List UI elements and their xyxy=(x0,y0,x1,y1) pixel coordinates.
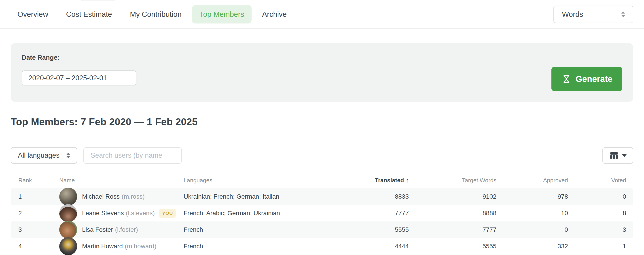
report-tabs: Overview Cost Estimate My Contribution T… xyxy=(10,5,294,24)
select-updown-icon xyxy=(66,152,71,158)
member-target-words: 7777 xyxy=(409,226,496,233)
tab-cost-estimate[interactable]: Cost Estimate xyxy=(59,5,120,24)
date-range-input[interactable] xyxy=(22,70,136,86)
column-header-translated-label: Translated xyxy=(375,177,404,184)
search-input[interactable] xyxy=(84,147,182,164)
unit-select[interactable]: Words xyxy=(554,6,633,23)
you-badge: YOU xyxy=(159,209,176,218)
date-range-label: Date Range: xyxy=(22,54,60,61)
member-languages: Ukrainian; French; German; Italian xyxy=(184,193,340,200)
member-translated: 7777 xyxy=(340,210,409,217)
member-target-words: 8888 xyxy=(409,210,496,217)
table-row[interactable]: 1 Michael Ross (m.ross) Ukrainian; Frenc… xyxy=(11,188,633,205)
column-header-approved[interactable]: Approved xyxy=(496,177,568,184)
tab-archive[interactable]: Archive xyxy=(255,5,294,24)
member-name: Michael Ross xyxy=(82,193,120,200)
hourglass-icon xyxy=(561,74,572,84)
unit-select-value: Words xyxy=(562,10,583,18)
language-filter-select[interactable]: All languages xyxy=(11,147,77,164)
column-header-target-words[interactable]: Target Words xyxy=(409,177,496,184)
member-name: Lisa Foster xyxy=(82,226,113,233)
table-row[interactable]: 2 Leane Stevens (l.stevens) YOU French; … xyxy=(11,205,633,222)
report-settings-panel: Date Range: Generate xyxy=(11,43,633,102)
member-rank: 1 xyxy=(18,193,59,200)
table-columns-icon xyxy=(609,150,619,160)
member-translated: 8833 xyxy=(340,193,409,200)
member-voted: 8 xyxy=(568,210,626,217)
member-username: (m.ross) xyxy=(122,193,145,200)
top-clipped-element xyxy=(81,0,115,1)
column-header-rank[interactable]: Rank xyxy=(18,177,59,184)
table-row[interactable]: 4 Martin Howard (m.howard) French 4444 5… xyxy=(11,238,633,254)
member-name: Leane Stevens xyxy=(82,210,124,217)
member-languages: French xyxy=(184,226,340,233)
member-username: (l.stevens) xyxy=(126,210,155,217)
avatar xyxy=(59,188,77,206)
tab-my-contribution[interactable]: My Contribution xyxy=(122,5,189,24)
member-languages: French xyxy=(184,243,340,250)
member-approved: 0 xyxy=(496,226,568,233)
member-voted: 0 xyxy=(568,193,626,200)
table-row[interactable]: 3 Lisa Foster (l.foster) French 5555 777… xyxy=(11,222,633,238)
column-header-languages[interactable]: Languages xyxy=(184,177,340,184)
chevron-down-icon xyxy=(622,154,627,157)
member-target-words: 5555 xyxy=(409,243,496,250)
member-name: Martin Howard xyxy=(82,243,123,250)
column-header-voted[interactable]: Voted xyxy=(568,177,626,184)
member-username: (l.foster) xyxy=(115,226,138,233)
report-tabs-bar: Overview Cost Estimate My Contribution T… xyxy=(0,0,644,29)
member-languages: French; Arabic; German; Ukrainian xyxy=(184,210,340,217)
member-approved: 332 xyxy=(496,243,568,250)
member-rank: 2 xyxy=(18,210,59,217)
tab-overview[interactable]: Overview xyxy=(10,5,56,24)
select-updown-icon xyxy=(620,11,626,18)
member-approved: 978 xyxy=(496,193,568,200)
language-filter-value: All languages xyxy=(18,152,60,160)
member-target-words: 9102 xyxy=(409,193,496,200)
avatar xyxy=(59,221,77,239)
member-approved: 10 xyxy=(496,210,568,217)
member-rank: 4 xyxy=(18,243,59,250)
member-translated: 4444 xyxy=(340,243,409,250)
generate-button-label: Generate xyxy=(576,74,612,84)
column-settings-button[interactable] xyxy=(602,147,633,164)
member-voted: 1 xyxy=(568,243,626,250)
column-header-name[interactable]: Name xyxy=(59,177,184,184)
table-header-row: Rank Name Languages Translated↑ Target W… xyxy=(11,172,633,188)
member-voted: 3 xyxy=(568,226,626,233)
member-rank: 3 xyxy=(18,226,59,233)
avatar xyxy=(59,204,77,222)
member-username: (m.howard) xyxy=(125,243,156,250)
generate-button[interactable]: Generate xyxy=(552,67,622,91)
sort-ascending-icon: ↑ xyxy=(406,177,409,184)
column-header-translated[interactable]: Translated↑ xyxy=(340,177,409,184)
tab-top-members[interactable]: Top Members xyxy=(192,5,252,24)
page-title: Top Members: 7 Feb 2020 — 1 Feb 2025 xyxy=(11,116,633,128)
avatar xyxy=(59,237,77,255)
table-filters: All languages xyxy=(11,147,633,164)
member-translated: 5555 xyxy=(340,226,409,233)
